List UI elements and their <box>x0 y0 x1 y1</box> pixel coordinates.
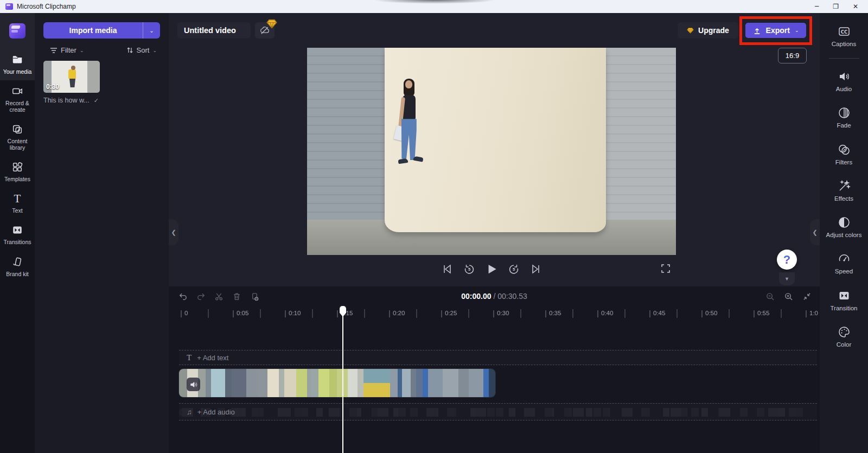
panel-item-color[interactable]: Color <box>820 321 868 353</box>
properties-sidebar: CC Captions Audio Fade Filters Effects A… <box>820 13 868 453</box>
ruler-label: 0:10 <box>289 310 301 316</box>
undo-button[interactable] <box>177 291 188 302</box>
time-current: 00:00.00 <box>461 292 491 301</box>
add-text-track[interactable]: T + Add text <box>179 350 817 365</box>
sidebar-item-content-library[interactable]: Content library <box>0 118 35 156</box>
magic-wand-icon <box>838 180 851 193</box>
project-name-input[interactable] <box>177 22 251 39</box>
sidebar-item-record-create[interactable]: Record & create <box>0 80 35 118</box>
media-filter-row: Filter ⌄ Sort ⌄ <box>35 39 169 54</box>
forward-5s-button[interactable]: 5 <box>507 262 521 276</box>
sidebar-item-label: Record & create <box>1 100 34 113</box>
upgrade-button[interactable]: Upgrade <box>678 22 738 39</box>
sidebar-item-label: Content library <box>1 138 34 151</box>
duplicate-button[interactable] <box>249 291 260 302</box>
panel-item-transition[interactable]: Transition <box>820 285 868 316</box>
timeline: 00:00.00 / 00:30.53 0 0:05 0:10 0:15 0:2… <box>169 286 820 453</box>
sidebar-item-templates[interactable]: Templates <box>0 156 35 188</box>
minimize-button[interactable]: ─ <box>815 3 819 10</box>
fullscreen-button[interactable] <box>659 261 673 276</box>
filters-icon <box>838 143 851 156</box>
clipchamp-logo-icon <box>5 3 13 10</box>
camera-icon <box>11 85 23 97</box>
filter-button[interactable]: Filter ⌄ <box>50 46 84 54</box>
import-media-dropdown[interactable]: ⌄ <box>143 22 160 39</box>
media-clip-thumbnail: 0:30 <box>43 61 100 93</box>
timeline-ruler[interactable]: 0 0:05 0:10 0:15 0:20 0:25 0:30 0:35 0:4… <box>169 306 820 321</box>
redo-button[interactable] <box>195 291 206 302</box>
sidebar-item-transitions[interactable]: Transitions <box>0 219 35 251</box>
zoom-fit-button[interactable] <box>801 291 812 302</box>
close-button[interactable]: ✕ <box>853 3 858 10</box>
folder-icon <box>11 54 23 66</box>
help-button[interactable]: ? <box>777 250 797 270</box>
panel-item-label: Transition <box>830 305 857 312</box>
add-audio-track[interactable]: ♫ + Add audio <box>179 403 817 420</box>
clip-name-row: This is how w... ✓ <box>43 97 100 104</box>
time-separator: / <box>492 292 498 301</box>
cloud-backup-button[interactable] <box>255 22 275 39</box>
panel-item-label: Effects <box>834 195 853 202</box>
forward-5-label: 5 <box>513 267 515 272</box>
transitions-icon <box>11 224 23 236</box>
export-label: Export <box>766 26 790 35</box>
premium-gem-badge <box>266 18 277 31</box>
ruler-label: 0:40 <box>601 310 613 316</box>
restore-button[interactable]: ❐ <box>833 3 839 10</box>
clip-duration-badge: 0:30 <box>46 83 59 91</box>
panel-item-speed[interactable]: Speed <box>820 248 868 279</box>
split-scissors-button[interactable] <box>213 291 224 302</box>
collapse-media-panel-tab[interactable]: ❮ <box>169 219 178 245</box>
video-preview[interactable] <box>307 48 676 255</box>
left-sidebar: Your media Record & create Content libra… <box>0 13 35 453</box>
window-titlebar: Microsoft Clipchamp ─ ❐ ✕ <box>0 0 868 13</box>
panel-item-label: Speed <box>835 268 853 275</box>
question-mark-icon: ? <box>783 253 790 267</box>
export-button[interactable]: Export ⌄ <box>745 23 806 38</box>
ruler-label: 1:0 <box>809 310 818 316</box>
panel-item-label: Audio <box>836 86 852 93</box>
panel-item-label: Fade <box>837 122 851 129</box>
panel-item-adjust-colors[interactable]: Adjust colors <box>820 212 868 243</box>
timeline-video-clip[interactable] <box>179 369 495 397</box>
sidebar-divider <box>829 58 859 59</box>
preview-person <box>394 79 426 240</box>
filter-icon <box>50 47 58 54</box>
help-collapse-tab[interactable]: ▼ <box>779 272 795 285</box>
gem-icon <box>687 28 694 34</box>
skip-to-start-button[interactable] <box>440 262 454 276</box>
panel-item-captions[interactable]: CC Captions <box>820 21 868 52</box>
sidebar-item-label: Text <box>12 207 22 214</box>
brand-kit-icon <box>11 256 23 268</box>
sidebar-item-brand-kit[interactable]: Brand kit <box>0 251 35 283</box>
delete-button[interactable] <box>231 291 242 302</box>
zoom-out-button[interactable] <box>764 291 775 302</box>
panel-item-audio[interactable]: Audio <box>820 66 868 97</box>
play-button[interactable] <box>484 262 499 276</box>
media-clip-card[interactable]: 0:30 This is how w... ✓ <box>43 61 100 104</box>
media-panel: Import media ⌄ Filter ⌄ Sort ⌄ 0:30 This… <box>35 13 169 453</box>
import-media-button[interactable]: Import media <box>43 22 143 39</box>
panel-item-fade[interactable]: Fade <box>820 102 868 133</box>
chevron-down-icon: ⌄ <box>149 28 154 34</box>
preview-wall-left <box>307 48 388 220</box>
aspect-ratio-button[interactable]: 16:9 <box>778 48 807 63</box>
audio-waveform-preview <box>179 408 817 417</box>
rewind-5s-button[interactable]: 5 <box>462 262 476 276</box>
collapse-properties-panel-tab[interactable]: ❮ <box>810 219 820 245</box>
zoom-in-button[interactable] <box>783 291 794 302</box>
panel-item-effects[interactable]: Effects <box>820 175 868 207</box>
export-upload-icon <box>753 27 761 35</box>
sidebar-item-your-media[interactable]: Your media <box>0 49 35 80</box>
adjust-colors-icon <box>838 216 851 229</box>
ruler-label: 0:25 <box>445 310 457 316</box>
clip-name: This is how w... <box>43 97 90 104</box>
transition-icon <box>838 289 851 302</box>
sort-button[interactable]: Sort ⌄ <box>126 46 157 54</box>
skip-to-end-button[interactable] <box>529 262 543 276</box>
add-audio-label: + Add audio <box>197 408 235 416</box>
sidebar-item-text[interactable]: T Text <box>0 188 35 219</box>
captions-icon: CC <box>838 25 851 38</box>
app-logo-block[interactable] <box>0 13 35 49</box>
panel-item-filters[interactable]: Filters <box>820 139 868 170</box>
